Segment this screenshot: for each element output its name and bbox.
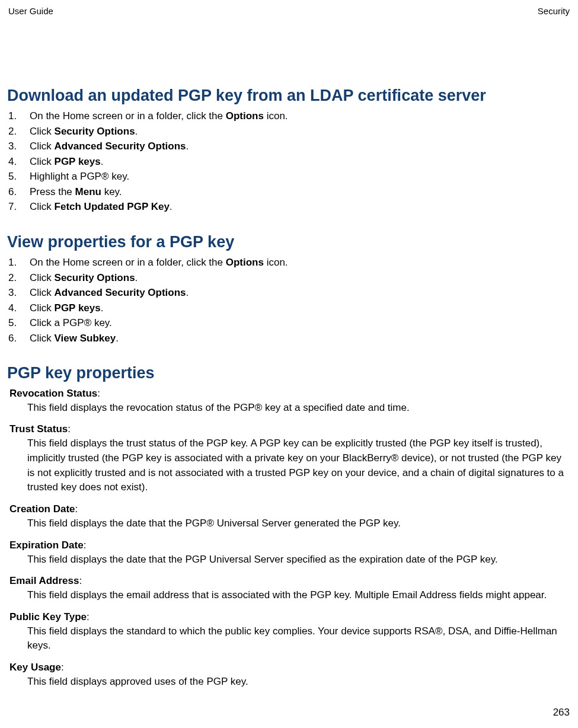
- property-term: Key Usage:: [9, 662, 571, 673]
- property-term-text: Key Usage: [9, 662, 61, 673]
- step-item: Click View Subkey.: [30, 331, 571, 346]
- property-desc: This field displays approved uses of the…: [27, 675, 571, 689]
- property-term-text: Public Key Type: [9, 611, 87, 622]
- step-text-bold: View Subkey: [55, 333, 116, 344]
- step-item: On the Home screen or in a folder, click…: [30, 108, 571, 124]
- property-term-text: Trust Status: [9, 423, 68, 435]
- property-term: Revocation Status:: [9, 388, 571, 400]
- property-item: Expiration Date:This field displays the …: [9, 539, 571, 567]
- step-text-bold: PGP keys: [55, 156, 101, 167]
- step-text-pre: Press the: [30, 186, 75, 197]
- section3-heading: PGP key properties: [7, 363, 571, 382]
- property-desc: This field displays the date that the PG…: [27, 516, 571, 531]
- colon: :: [79, 575, 82, 586]
- step-item: Click Fetch Updated PGP Key.: [30, 199, 571, 215]
- step-text-post: .: [186, 141, 189, 152]
- step-text-pre: Click: [30, 201, 55, 212]
- property-item: Key Usage:This field displays approved u…: [9, 662, 571, 689]
- section2-steps: On the Home screen or in a folder, click…: [7, 255, 571, 346]
- section1-heading: Download an updated PGP key from an LDAP…: [7, 86, 571, 105]
- step-text-post: key.: [101, 186, 122, 197]
- step-text-post: icon.: [264, 257, 288, 268]
- step-text-bold: Options: [226, 257, 264, 268]
- step-item: Click Security Options.: [30, 270, 571, 286]
- step-text-pre: Click: [30, 302, 55, 314]
- section1-steps: On the Home screen or in a folder, click…: [7, 108, 571, 215]
- step-text-bold: Fetch Updated PGP Key: [55, 201, 170, 212]
- step-text-bold: Options: [226, 110, 264, 122]
- step-item: Click PGP keys.: [30, 154, 571, 170]
- property-term-text: Revocation Status: [9, 388, 97, 399]
- step-text-post: .: [135, 126, 138, 137]
- step-text-bold: Menu: [75, 186, 101, 197]
- step-text-pre: On the Home screen or in a folder, click…: [30, 110, 226, 122]
- step-text-post: .: [101, 156, 104, 167]
- step-text-pre: Click: [30, 141, 55, 152]
- property-desc: This field displays the trust status of …: [27, 436, 571, 495]
- property-item: Trust Status:This field displays the tru…: [9, 423, 571, 495]
- step-text-bold: Advanced Security Options: [55, 141, 186, 152]
- property-term: Email Address:: [9, 575, 571, 587]
- property-desc: This field displays the email address th…: [27, 588, 571, 603]
- colon: :: [97, 388, 100, 399]
- property-item: Email Address:This field displays the em…: [9, 575, 571, 603]
- step-text-post: .: [101, 302, 104, 314]
- properties-list: Revocation Status:This field displays th…: [7, 388, 571, 689]
- property-term: Public Key Type:: [9, 611, 571, 623]
- step-item: Press the Menu key.: [30, 184, 571, 200]
- section2-heading: View properties for a PGP key: [7, 232, 571, 251]
- property-desc: This field displays the standard to whic…: [27, 624, 571, 653]
- step-text-bold: Advanced Security Options: [55, 287, 186, 298]
- content: Download an updated PGP key from an LDAP…: [7, 16, 571, 689]
- property-term-text: Creation Date: [9, 503, 75, 515]
- step-text-pre: Click: [30, 287, 55, 298]
- step-text-pre: Highlight a PGP® key.: [30, 171, 129, 182]
- step-text-pre: Click: [30, 272, 55, 283]
- property-term-text: Email Address: [9, 575, 79, 586]
- step-text-pre: Click a PGP® key.: [30, 317, 112, 328]
- page: User Guide Security Download an updated …: [0, 0, 578, 728]
- step-text-bold: PGP keys: [55, 302, 101, 314]
- property-term-text: Expiration Date: [9, 539, 84, 551]
- colon: :: [84, 539, 87, 551]
- property-term: Expiration Date:: [9, 539, 571, 551]
- step-item: Click PGP keys.: [30, 301, 571, 316]
- property-term: Trust Status:: [9, 423, 571, 435]
- step-text-post: .: [116, 333, 119, 344]
- step-item: Highlight a PGP® key.: [30, 169, 571, 184]
- step-text-post: .: [170, 201, 173, 212]
- property-item: Public Key Type:This field displays the …: [9, 611, 571, 653]
- header-right: Security: [538, 6, 570, 16]
- property-item: Creation Date:This field displays the da…: [9, 503, 571, 531]
- colon: :: [61, 662, 64, 673]
- step-item: Click a PGP® key.: [30, 315, 571, 331]
- step-item: Click Advanced Security Options.: [30, 285, 571, 301]
- property-term: Creation Date:: [9, 503, 571, 515]
- step-text-pre: Click: [30, 126, 55, 137]
- step-text-pre: Click: [30, 333, 55, 344]
- step-text-pre: On the Home screen or in a folder, click…: [30, 257, 226, 268]
- step-item: On the Home screen or in a folder, click…: [30, 255, 571, 270]
- property-desc: This field displays the date that the PG…: [27, 553, 571, 567]
- step-item: Click Advanced Security Options.: [30, 139, 571, 154]
- colon: :: [87, 611, 90, 622]
- step-item: Click Security Options.: [30, 124, 571, 139]
- step-text-bold: Security Options: [55, 126, 135, 137]
- colon: :: [68, 423, 71, 435]
- step-text-post: .: [186, 287, 189, 298]
- step-text-post: icon.: [264, 110, 288, 122]
- page-header: User Guide Security: [7, 6, 571, 16]
- colon: :: [75, 503, 78, 515]
- page-number: 263: [553, 707, 570, 719]
- header-left: User Guide: [8, 6, 53, 16]
- step-text-post: .: [135, 272, 138, 283]
- property-desc: This field displays the revocation statu…: [27, 401, 571, 416]
- step-text-pre: Click: [30, 156, 55, 167]
- property-item: Revocation Status:This field displays th…: [9, 388, 571, 416]
- step-text-bold: Security Options: [55, 272, 135, 283]
